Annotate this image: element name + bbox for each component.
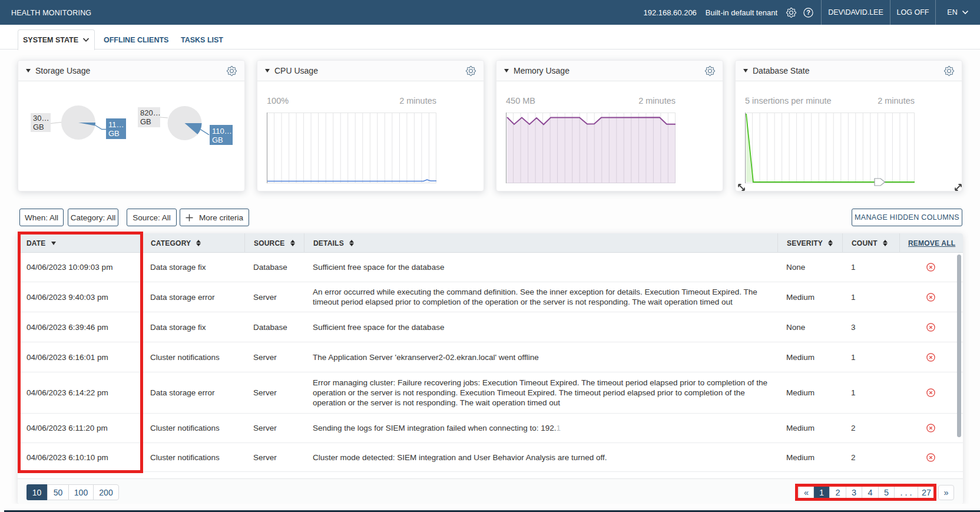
svg-text:?: ?: [806, 9, 810, 16]
